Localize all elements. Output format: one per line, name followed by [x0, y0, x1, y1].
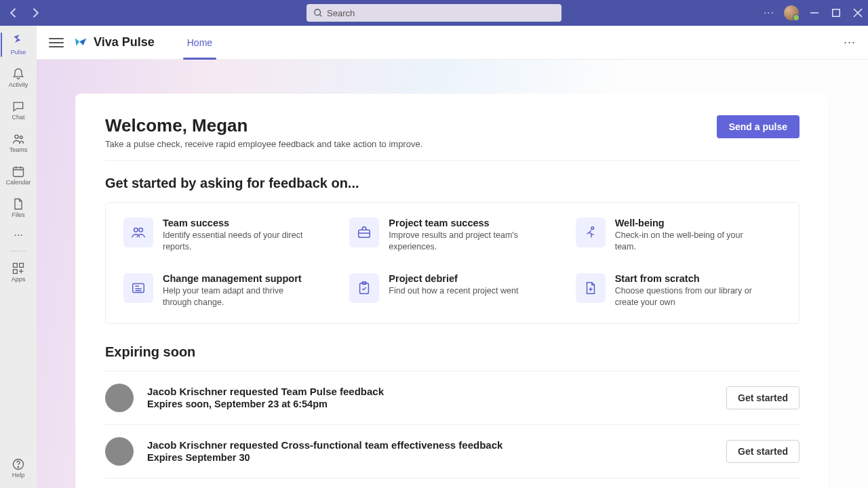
expiring-title: Jacob Krischner requested Team Pulse fee…: [147, 386, 726, 397]
rail-label: Activity: [9, 81, 28, 88]
send-pulse-button[interactable]: Send a pulse: [717, 115, 800, 138]
viva-pulse-icon: [73, 35, 88, 50]
app-logo: Viva Pulse: [73, 35, 155, 50]
get-started-button[interactable]: Get started: [726, 440, 800, 463]
svg-point-9: [18, 466, 18, 467]
rail-item-apps[interactable]: Apps: [1, 256, 36, 288]
rail-item-activity[interactable]: Activity: [1, 61, 36, 94]
user-avatar[interactable]: [784, 5, 799, 20]
back-button[interactable]: [7, 6, 20, 20]
apps-icon: [12, 262, 25, 275]
svg-rect-6: [20, 263, 24, 267]
people-icon: [123, 218, 153, 247]
file-icon: [12, 197, 25, 211]
document-add-icon: [576, 273, 606, 303]
card-title: Change management support: [163, 273, 305, 284]
card-desc: Check-in on the well-being of your team.: [615, 230, 757, 253]
svg-rect-14: [133, 283, 144, 292]
bell-icon: [12, 67, 25, 81]
ellipsis-icon: ···: [14, 229, 22, 241]
expiring-title: Jacob Krischner requested Cross-function…: [147, 439, 726, 451]
svg-point-13: [591, 227, 594, 230]
pulse-icon: [12, 35, 25, 48]
main-panel: Welcome, Megan Take a pulse check, recei…: [75, 94, 829, 488]
card-title: Project debrief: [389, 273, 518, 284]
template-grid: Team success Identify essential needs of…: [105, 202, 800, 324]
card-title: Well-being: [615, 218, 757, 228]
appbar-more-button[interactable]: ···: [844, 35, 856, 49]
rail-label: Apps: [12, 276, 26, 283]
svg-rect-5: [14, 263, 18, 267]
rail-item-chat[interactable]: Chat: [1, 94, 36, 126]
rail-label: Teams: [9, 146, 28, 153]
svg-point-10: [134, 228, 138, 232]
close-button[interactable]: [852, 7, 864, 19]
card-well-being[interactable]: Well-being Check-in on the well-being of…: [576, 218, 781, 253]
svg-rect-4: [14, 167, 24, 176]
rail-item-help[interactable]: Help: [1, 451, 36, 484]
card-desc: Help your team adapt and thrive through …: [163, 285, 305, 308]
people-icon: [12, 132, 25, 146]
svg-rect-7: [14, 269, 18, 273]
app-title: Viva Pulse: [94, 35, 155, 49]
hamburger-button[interactable]: [49, 35, 64, 50]
svg-point-11: [139, 228, 143, 232]
expiring-subtitle: Expires September 30: [147, 452, 726, 463]
calendar-icon: [12, 165, 25, 178]
card-team-success[interactable]: Team success Identify essential needs of…: [123, 218, 329, 253]
rail-item-pulse[interactable]: Pulse: [1, 28, 36, 61]
rail-separator: [10, 251, 26, 251]
card-title: Start from scratch: [615, 273, 757, 284]
expiring-row: Jacob Krischner requested Cross-function…: [105, 424, 800, 478]
svg-rect-12: [359, 230, 370, 237]
app-rail: Pulse Activity Chat Teams Calendar Files…: [0, 26, 37, 488]
card-desc: Choose questions from our library or cre…: [615, 285, 757, 308]
requester-avatar: [105, 384, 134, 412]
maximize-button[interactable]: [830, 7, 842, 19]
search-icon: [313, 8, 323, 18]
expiring-subtitle: Expires soon, September 23 at 6:54pm: [147, 399, 726, 409]
requester-avatar: [105, 437, 134, 466]
card-desc: Improve results and project team's exper…: [389, 230, 531, 253]
card-desc: Identify essential needs of your direct …: [163, 230, 305, 253]
rail-item-files[interactable]: Files: [1, 191, 36, 224]
svg-point-2: [15, 135, 18, 138]
rail-more-button[interactable]: ···: [1, 224, 36, 247]
search-placeholder: Search: [327, 8, 355, 18]
app-bar: Viva Pulse Home ···: [37, 26, 868, 60]
clipboard-check-icon: [349, 273, 379, 303]
card-start-from-scratch[interactable]: Start from scratch Choose questions from…: [576, 273, 781, 308]
card-project-debrief[interactable]: Project debrief Find out how a recent pr…: [349, 273, 555, 308]
card-title: Project team success: [389, 218, 531, 228]
card-title: Team success: [163, 218, 305, 228]
get-started-button[interactable]: Get started: [726, 386, 800, 409]
tab-home[interactable]: Home: [183, 26, 216, 59]
rail-label: Chat: [12, 114, 24, 121]
titlebar-more-button[interactable]: ···: [764, 7, 774, 19]
rail-label: Files: [12, 211, 24, 218]
get-started-heading: Get started by asking for feedback on...: [105, 176, 800, 191]
search-input[interactable]: Search: [307, 4, 561, 22]
card-desc: Find out how a recent project went: [389, 285, 518, 297]
rail-label: Calendar: [6, 179, 31, 186]
svg-point-3: [20, 136, 22, 138]
tab-label: Home: [187, 37, 212, 48]
content-area: Viva Pulse Home ··· Welcome, Megan Take …: [37, 26, 868, 488]
rail-item-teams[interactable]: Teams: [1, 126, 36, 159]
run-icon: [576, 218, 606, 247]
welcome-subtext: Take a pulse check, receive rapid employ…: [105, 139, 422, 149]
card-project-team-success[interactable]: Project team success Improve results and…: [349, 218, 555, 253]
svg-rect-1: [833, 9, 840, 17]
rail-item-calendar[interactable]: Calendar: [1, 159, 36, 191]
welcome-heading: Welcome, Megan: [105, 115, 422, 136]
card-change-management[interactable]: Change management support Help your team…: [123, 273, 329, 308]
expiring-heading: Expiring soon: [105, 344, 800, 360]
expiring-row: Jacob Krischner requested Team Pulse fee…: [105, 371, 800, 424]
rail-label: Pulse: [11, 49, 26, 56]
news-icon: [123, 273, 153, 303]
titlebar: Search ···: [0, 0, 868, 26]
rail-label: Help: [12, 472, 25, 479]
hero-background: Welcome, Megan Take a pulse check, recei…: [37, 60, 868, 488]
forward-button[interactable]: [28, 6, 42, 20]
minimize-button[interactable]: [808, 7, 821, 19]
